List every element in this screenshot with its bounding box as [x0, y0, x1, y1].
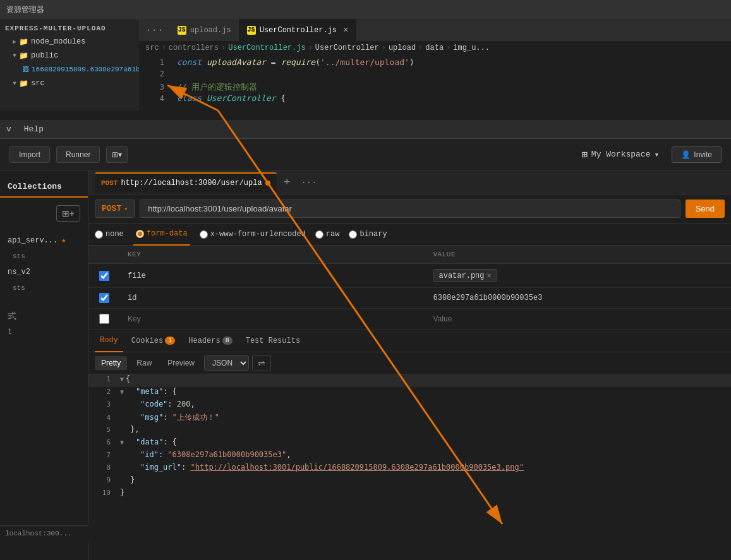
runner-button[interactable]: Runner: [56, 146, 100, 163]
workspace-chevron-icon: ▾: [654, 150, 659, 160]
json-line-1: 1 ▼ {: [88, 374, 731, 387]
tab-close-icon[interactable]: ×: [343, 25, 348, 35]
form-data-radio[interactable]: form-data: [133, 223, 190, 246]
params-table: KEY VALUE file avatar.png ✕: [88, 246, 731, 330]
tab-label: UserController.js: [260, 26, 337, 35]
vscode-editor-area: ··· JS upload.js JS UserController.js × …: [139, 19, 731, 110]
vscode-panel: 资源管理器 EXPRESS-MULTER-UPLOAD ▶ 📁 node_mod…: [0, 0, 731, 110]
urlencoded-radio[interactable]: x-www-form-urlencoded: [200, 230, 306, 239]
json-colon: :: [181, 463, 190, 472]
json-key: "img_url": [140, 463, 181, 472]
pretty-format-button[interactable]: Pretty: [95, 356, 127, 370]
json-brace: {: [172, 438, 177, 446]
format-type-select[interactable]: JSON HTML Text: [204, 355, 249, 371]
postman-panel: v Help Import Runner ⊞▾ ⊞ My Workspace ▾…: [0, 120, 731, 560]
line-number: 4: [145, 94, 164, 103]
raw-radio[interactable]: raw: [315, 230, 340, 239]
folder-icon: 📁: [19, 79, 28, 88]
sidebar-item-api-serv[interactable]: api_serv... ★: [0, 230, 88, 250]
send-button[interactable]: Send: [686, 200, 725, 218]
explorer-src-folder[interactable]: ▼ 📁 src: [0, 76, 139, 90]
sidebar-item-ns-v2-sub[interactable]: sts: [0, 282, 88, 294]
sidebar-item-api-serv-sub[interactable]: sts: [0, 250, 88, 263]
none-radio[interactable]: none: [95, 230, 124, 239]
import-button[interactable]: Import: [9, 146, 50, 163]
more-tabs-button[interactable]: ···: [297, 177, 320, 188]
row-checkbox-2[interactable]: [99, 293, 109, 303]
vscode-tab-upload-js[interactable]: JS upload.js: [170, 19, 239, 41]
headers-badge: 8: [222, 337, 233, 345]
explorer-node-modules[interactable]: ▶ 📁 node_modules: [0, 35, 139, 49]
breadcrumb-method: upload: [389, 44, 416, 52]
workspace-selector[interactable]: ⊞ My Workspace ▾: [581, 148, 659, 161]
line-number: 2: [145, 69, 164, 78]
json-content: "data": {: [136, 438, 177, 446]
code-token: =: [266, 57, 281, 67]
sidebar-item-ns-v2[interactable]: ns_v2: [0, 263, 88, 282]
line-num: 3: [95, 400, 111, 408]
collection-name: api_serv...: [8, 236, 57, 245]
file-tag-close-icon[interactable]: ✕: [487, 271, 492, 280]
postman-main: Collections ⊞+ api_serv... ★ sts ns_v2 s…: [0, 170, 731, 560]
collapse-icon[interactable]: ▼: [120, 376, 124, 383]
tabs-overflow[interactable]: ···: [139, 25, 170, 36]
value-header: VALUE: [426, 246, 732, 263]
json-content: }: [130, 475, 135, 484]
invite-button[interactable]: 👤 Invite: [672, 146, 722, 163]
sidebar-item-shi[interactable]: 式: [5, 307, 83, 326]
headers-tab-label: Headers: [188, 337, 220, 345]
form-data-radio-input[interactable]: [136, 230, 144, 238]
chevron-right-icon: ▶: [13, 38, 16, 45]
value-input-3[interactable]: [433, 314, 724, 323]
row-checkbox-3[interactable]: [99, 314, 109, 324]
sidebar-item-t[interactable]: t: [5, 326, 83, 338]
tab-label: upload.js: [190, 26, 231, 35]
breadcrumb-img: img_u...: [453, 44, 490, 52]
binary-radio[interactable]: binary: [349, 230, 387, 239]
table-row: id 6308e297a61b0000b90035e3: [88, 288, 731, 309]
add-tab-button[interactable]: +: [280, 176, 294, 189]
add-collection-button[interactable]: ⊞+: [56, 205, 80, 222]
menu-item-v[interactable]: v: [6, 124, 11, 134]
code-token: require: [281, 57, 315, 67]
explorer-png-file[interactable]: 🖼 1668820915809.6308e297a61b0000b90035e3…: [0, 63, 139, 76]
binary-radio-input[interactable]: [349, 230, 357, 239]
body-type-tabs: none form-data x-www-form-urlencoded raw…: [88, 223, 731, 246]
response-tab-test-results[interactable]: Test Results: [241, 330, 305, 352]
response-tab-cookies[interactable]: Cookies 1: [126, 330, 180, 352]
json-line-3: 3 "code": 200,: [88, 400, 731, 412]
file-tag-1: avatar.png ✕: [433, 269, 497, 282]
collapse-icon[interactable]: ▼: [120, 388, 124, 395]
request-tab-active[interactable]: POST http://localhost:3000/user/upla: [95, 172, 277, 193]
preview-format-button[interactable]: Preview: [161, 356, 201, 370]
vscode-tab-usercontroller-js[interactable]: JS UserController.js ×: [239, 19, 357, 41]
raw-format-button[interactable]: Raw: [130, 356, 158, 370]
json-colon: :: [163, 387, 172, 396]
key-input-3[interactable]: [128, 314, 418, 323]
collapse-icon[interactable]: ▼: [120, 439, 124, 446]
explorer-public-folder[interactable]: ▼ 📁 public: [0, 49, 139, 63]
js-file-icon: JS: [247, 26, 256, 35]
code-token: class: [177, 93, 207, 103]
json-content: "msg": "上传成功！": [140, 412, 219, 423]
raw-radio-input[interactable]: [315, 230, 323, 239]
code-token: // 用户的逻辑控制器: [177, 81, 257, 93]
line-number: 3: [145, 83, 164, 92]
new-tab-button[interactable]: ⊞▾: [106, 146, 128, 163]
url-input[interactable]: [140, 200, 680, 218]
chevron-down-icon: ▼: [13, 80, 16, 87]
key-value-2: id: [128, 294, 136, 302]
method-select[interactable]: POST ▾: [95, 200, 135, 218]
vscode-editor: 1 const uploadAvatar = require('../multe…: [139, 55, 731, 108]
wrap-button[interactable]: ⇌: [252, 355, 271, 371]
urlencoded-radio-input[interactable]: [200, 230, 208, 239]
file-tag-name: avatar.png: [439, 271, 485, 280]
menu-item-help[interactable]: Help: [24, 124, 44, 134]
response-tab-headers[interactable]: Headers 8: [183, 330, 237, 352]
json-line-5: 5 },: [88, 425, 731, 438]
json-content: "img_url": "http://localhost:3001/public…: [140, 463, 524, 472]
response-tab-body[interactable]: Body: [95, 330, 123, 352]
none-radio-input[interactable]: [95, 230, 103, 239]
row-checkbox-1[interactable]: [99, 271, 109, 281]
json-line-8: 8 "img_url": "http://localhost:3001/publ…: [88, 463, 731, 475]
